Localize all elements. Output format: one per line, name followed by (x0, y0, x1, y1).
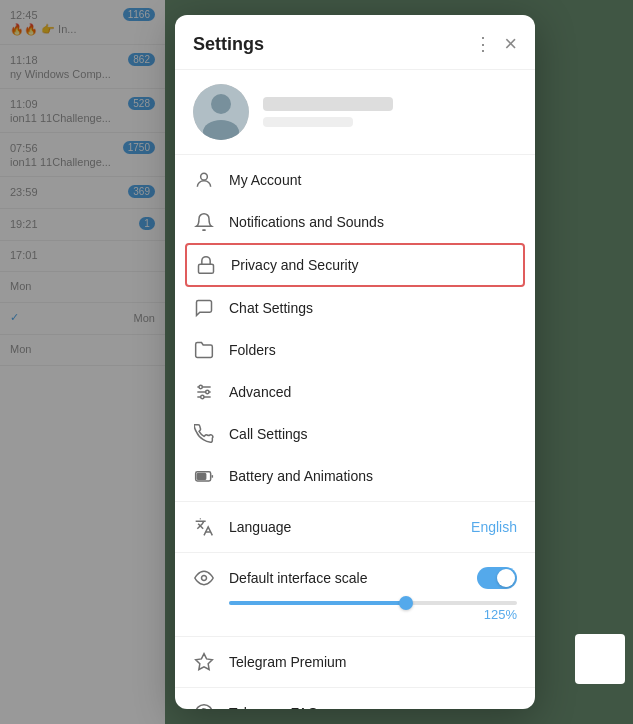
telegram-faq-label: Telegram FAQ (229, 705, 517, 709)
avatar (193, 84, 249, 140)
battery-icon (193, 465, 215, 487)
slider-fill (229, 601, 402, 605)
profile-info (263, 97, 517, 127)
svg-marker-14 (196, 654, 213, 670)
privacy-label: Privacy and Security (231, 257, 515, 273)
battery-label: Battery and Animations (229, 468, 517, 484)
svg-point-8 (199, 385, 202, 388)
chat-icon (193, 297, 215, 319)
profile-status-bar (263, 117, 353, 127)
more-icon[interactable]: ⋮ (474, 33, 492, 55)
advanced-label: Advanced (229, 384, 517, 400)
svg-point-13 (202, 576, 207, 581)
menu-list: My Account Notifications and Sounds Priv… (175, 155, 535, 709)
menu-item-chat-settings[interactable]: Chat Settings (175, 287, 535, 329)
menu-item-privacy[interactable]: Privacy and Security (185, 243, 525, 287)
divider (175, 552, 535, 553)
menu-item-interface-scale[interactable]: Default interface scale (175, 557, 535, 599)
menu-item-folders[interactable]: Folders (175, 329, 535, 371)
sliders-icon (193, 381, 215, 403)
divider (175, 636, 535, 637)
bell-icon (193, 211, 215, 233)
profile-name-bar (263, 97, 393, 111)
divider (175, 687, 535, 688)
eye-icon (193, 567, 215, 589)
svg-point-3 (201, 173, 208, 180)
menu-item-telegram-premium[interactable]: Telegram Premium (175, 641, 535, 683)
menu-item-call-settings[interactable]: Call Settings (175, 413, 535, 455)
white-box (575, 634, 625, 684)
menu-item-advanced[interactable]: Advanced (175, 371, 535, 413)
folder-icon (193, 339, 215, 361)
menu-item-telegram-faq[interactable]: Telegram FAQ (175, 692, 535, 709)
slider-thumb[interactable] (399, 596, 413, 610)
lock-icon (195, 254, 217, 276)
language-label: Language (229, 519, 457, 535)
modal-header-icons: ⋮ × (474, 31, 517, 57)
menu-item-my-account[interactable]: My Account (175, 159, 535, 201)
svg-rect-4 (199, 264, 214, 273)
modal-title: Settings (193, 34, 264, 55)
svg-point-1 (211, 94, 231, 114)
menu-item-battery[interactable]: Battery and Animations (175, 455, 535, 497)
profile-section[interactable] (175, 70, 535, 155)
telegram-premium-label: Telegram Premium (229, 654, 517, 670)
person-icon (193, 169, 215, 191)
translate-icon (193, 516, 215, 538)
svg-rect-12 (197, 474, 205, 480)
language-value: English (471, 519, 517, 535)
interface-scale-toggle[interactable] (477, 567, 517, 589)
divider (175, 501, 535, 502)
phone-icon (193, 423, 215, 445)
menu-item-notifications[interactable]: Notifications and Sounds (175, 201, 535, 243)
chat-settings-label: Chat Settings (229, 300, 517, 316)
slider-track[interactable] (229, 601, 517, 605)
settings-modal: Settings ⋮ × My (175, 15, 535, 709)
slider-section: 125% (175, 599, 535, 632)
my-account-label: My Account (229, 172, 517, 188)
svg-point-10 (201, 395, 204, 398)
interface-scale-label: Default interface scale (229, 570, 463, 586)
notifications-label: Notifications and Sounds (229, 214, 517, 230)
svg-point-9 (206, 390, 209, 393)
folders-label: Folders (229, 342, 517, 358)
slider-value: 125% (229, 607, 517, 622)
star-icon (193, 651, 215, 673)
question-icon (193, 702, 215, 709)
toggle-knob (497, 569, 515, 587)
menu-item-language[interactable]: Language English (175, 506, 535, 548)
close-icon[interactable]: × (504, 31, 517, 57)
modal-header: Settings ⋮ × (175, 15, 535, 70)
call-settings-label: Call Settings (229, 426, 517, 442)
